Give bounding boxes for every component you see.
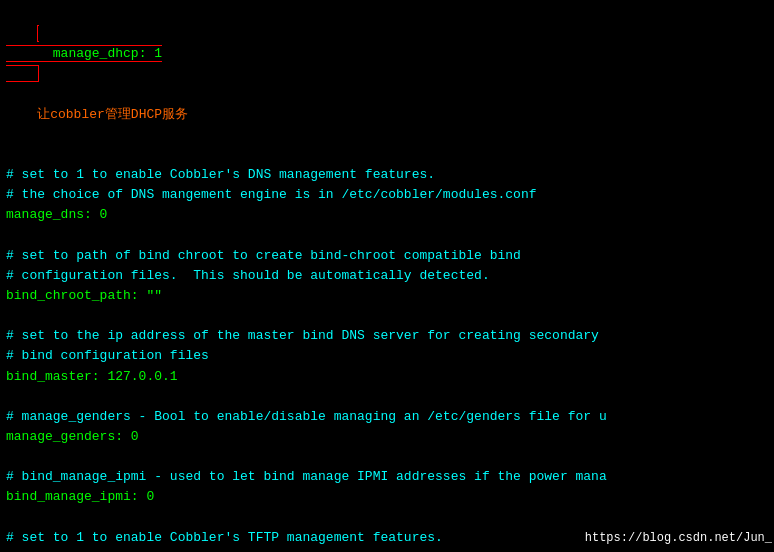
line-ipmi-comment: # bind_manage_ipmi - used to let bind ma… xyxy=(6,467,768,487)
terminal: manage_dhcp: 1 让cobbler管理DHCP服务 # set to… xyxy=(0,0,774,552)
blank-1 xyxy=(6,145,768,165)
manage-dhcp-highlight: manage_dhcp: 1 xyxy=(6,25,162,82)
blank-2 xyxy=(6,226,768,246)
line-bindmaster-comment-1: # set to the ip address of the master bi… xyxy=(6,326,768,346)
url-label: https://blog.csdn.net/Jun_ xyxy=(585,529,772,548)
blank-3 xyxy=(6,306,768,326)
manage-dhcp-key: manage_dhcp: 1 xyxy=(53,46,162,61)
line-tftp-comment-2: # the choice of TFTP mangement engine is… xyxy=(6,548,768,552)
line-manage-genders: manage_genders: 0 xyxy=(6,427,768,447)
line-dns-comment-1: # set to 1 to enable Cobbler's DNS manag… xyxy=(6,165,768,185)
line-manage-dhcp: manage_dhcp: 1 让cobbler管理DHCP服务 xyxy=(6,4,768,145)
blank-5 xyxy=(6,447,768,467)
line-manage-dns: manage_dns: 0 xyxy=(6,205,768,225)
blank-6 xyxy=(6,508,768,528)
line-bind-chroot: bind_chroot_path: "" xyxy=(6,286,768,306)
blank-4 xyxy=(6,387,768,407)
line-bind-comment-1: # set to path of bind chroot to create b… xyxy=(6,246,768,266)
line-dns-comment-2: # the choice of DNS mangement engine is … xyxy=(6,185,768,205)
manage-dhcp-annotation: 让cobbler管理DHCP服务 xyxy=(37,107,188,122)
line-genders-comment: # manage_genders - Bool to enable/disabl… xyxy=(6,407,768,427)
line-bind-comment-2: # configuration files. This should be au… xyxy=(6,266,768,286)
line-bind-master: bind_master: 127.0.0.1 xyxy=(6,367,768,387)
line-bind-manage-ipmi: bind_manage_ipmi: 0 xyxy=(6,487,768,507)
line-bindmaster-comment-2: # bind configuration files xyxy=(6,346,768,366)
